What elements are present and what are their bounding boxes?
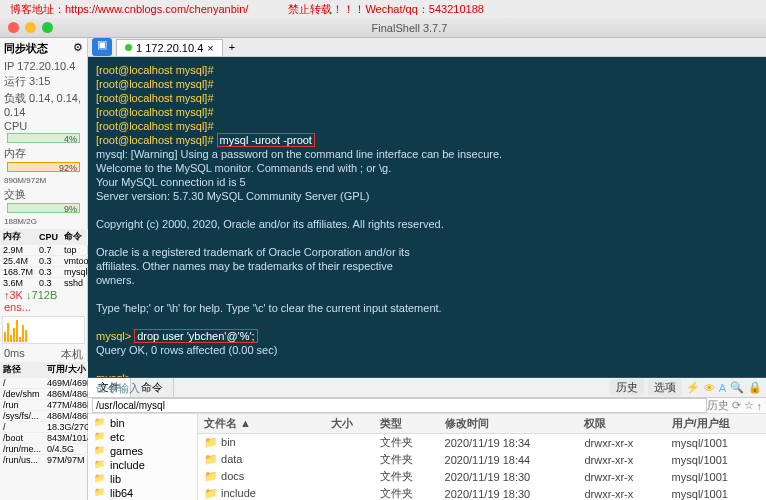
net-chart [2, 316, 85, 344]
swap-bar: 9% [7, 203, 80, 213]
watermark: 博客地址：https://www.cnblogs.com/chenyanbin/… [0, 2, 766, 17]
terminal[interactable]: [root@localhost mysql]# [root@localhost … [88, 57, 766, 377]
close-icon[interactable] [8, 22, 19, 33]
table-row[interactable]: bin文件夹2020/11/19 18:34drwxr-xr-xmysql/10… [198, 434, 766, 452]
sidebar: 同步状态⚙ IP 172.20.10.4 运行 3:15 负载 0.14, 0.… [0, 38, 88, 500]
maximize-icon[interactable] [42, 22, 53, 33]
gear-icon[interactable]: ⚙ [73, 41, 83, 56]
session-tab[interactable]: 1 172.20.10.4× [116, 39, 223, 56]
lock-icon[interactable]: 🔒 [748, 381, 762, 394]
table-row[interactable]: data文件夹2020/11/19 18:44drwxr-xr-xmysql/1… [198, 451, 766, 468]
bolt-icon[interactable]: ⚡ [686, 381, 700, 394]
load-label: 负载 0.14, 0.14, 0.14 [0, 90, 87, 119]
status-dot-icon [125, 44, 132, 51]
input-hint: 命令输入 [96, 381, 140, 396]
terminal-toolbar: 命令输入 历史 选项 ⚡ 👁 A 🔍 🔒 [88, 377, 766, 378]
mem-bar: 92% [7, 162, 80, 172]
text-icon[interactable]: A [719, 382, 726, 394]
tree-item[interactable]: bin [90, 416, 195, 430]
titlebar: FinalShell 3.7.7 [0, 18, 766, 38]
status-label: 同步状态 [4, 41, 48, 56]
folder-icon[interactable]: ▣ [92, 38, 112, 56]
window-controls[interactable] [0, 22, 53, 33]
pathbar: 历史 ⟳☆↑ [88, 398, 766, 414]
tree-item[interactable]: lib64 [90, 486, 195, 500]
path-history[interactable]: 历史 [707, 398, 729, 413]
cpu-bar: 4% [7, 133, 80, 143]
refresh-icon[interactable]: ⟳ [732, 399, 741, 412]
path-input[interactable] [92, 398, 707, 413]
history-button[interactable]: 历史 [610, 379, 644, 396]
up-icon[interactable]: ↑ [757, 400, 763, 412]
bookmark-icon[interactable]: ☆ [744, 399, 754, 412]
ip-label: IP 172.20.10.4 [0, 59, 87, 73]
search-icon[interactable]: 🔍 [730, 381, 744, 394]
app-title: FinalShell 3.7.7 [53, 22, 766, 34]
eye-icon[interactable]: 👁 [704, 382, 715, 394]
options-button[interactable]: 选项 [648, 379, 682, 396]
minimize-icon[interactable] [25, 22, 36, 33]
file-list[interactable]: 文件名 ▲大小类型修改时间权限用户/用户组bin文件夹2020/11/19 18… [198, 414, 766, 500]
close-tab-icon[interactable]: × [207, 42, 213, 54]
tree-item[interactable]: include [90, 458, 195, 472]
folder-tree[interactable]: binetcgamesincludeliblib64libexecmysqlsb… [88, 414, 198, 500]
tree-item[interactable]: games [90, 444, 195, 458]
table-row[interactable]: docs文件夹2020/11/19 18:30drwxr-xr-xmysql/1… [198, 468, 766, 485]
tree-item[interactable]: lib [90, 472, 195, 486]
uptime-label: 运行 3:15 [0, 73, 87, 90]
table-row[interactable]: include文件夹2020/11/19 18:30drwxr-xr-xmysq… [198, 485, 766, 500]
tabbar: ▣ 1 172.20.10.4× + ☰ ⋯ [88, 38, 766, 57]
tree-item[interactable]: etc [90, 430, 195, 444]
add-tab-button[interactable]: + [223, 41, 241, 53]
